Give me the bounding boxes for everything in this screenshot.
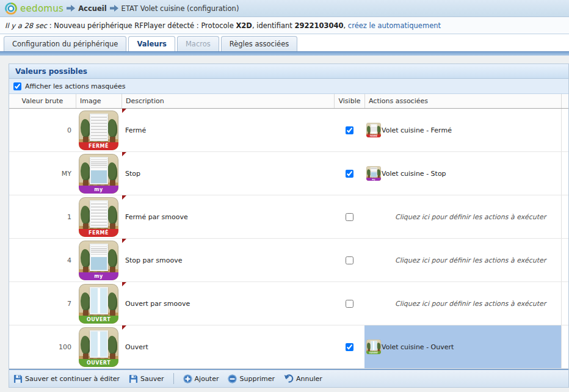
- image-banner-label: my: [366, 178, 381, 181]
- action-hint[interactable]: Cliquez ici pour définir les actions à e…: [395, 256, 546, 264]
- description-cell[interactable]: Stop par smoove: [121, 239, 334, 281]
- plant-decoration: [377, 126, 380, 135]
- save-button[interactable]: Sauver: [129, 374, 164, 383]
- description-cell[interactable]: Fermé par smoove: [121, 195, 334, 238]
- actions-cell[interactable]: myVolet cuisine - Stop: [364, 152, 561, 195]
- notification-bar: Il y a 28 sec : Nouveau périphérique RFP…: [0, 17, 569, 34]
- volet-image-open[interactable]: OUVERT: [366, 339, 381, 354]
- plant-decoration: [107, 250, 117, 273]
- raw-value-cell[interactable]: 0: [9, 109, 76, 151]
- edit-corner-marker-icon: [122, 109, 126, 113]
- image-cell[interactable]: FERMÉ: [76, 195, 121, 238]
- save-and-continue-label: Sauver et continuer à éditer: [25, 375, 120, 383]
- column-header-valeur-brute: Valeur brute: [9, 94, 76, 108]
- plant-decoration: [107, 206, 117, 230]
- action-label[interactable]: Volet cuisine - Ouvert: [382, 343, 454, 351]
- volet-image-half[interactable]: my: [366, 166, 381, 181]
- action-hint[interactable]: Cliquez ici pour définir les actions à e…: [395, 213, 546, 221]
- filter-checkbox[interactable]: [13, 82, 21, 90]
- add-button[interactable]: Ajouter: [183, 374, 219, 383]
- volet-image-closed[interactable]: FERMÉ: [366, 123, 381, 137]
- volet-image-half[interactable]: my: [79, 154, 118, 194]
- raw-value-cell[interactable]: MY: [9, 152, 76, 195]
- visible-cell: [334, 282, 364, 325]
- brand-name[interactable]: eedomus: [20, 3, 63, 14]
- delete-button[interactable]: Supprimer: [228, 374, 275, 383]
- plant-decoration: [377, 343, 380, 352]
- description-cell[interactable]: Stop: [121, 152, 334, 195]
- description-text: Fermé par smoove: [125, 213, 188, 221]
- raw-value-cell[interactable]: 1: [9, 195, 76, 238]
- description-text: Ouvert: [125, 343, 148, 351]
- shutter-window: [90, 330, 108, 358]
- tab-valeurs[interactable]: Valeurs: [128, 36, 175, 51]
- image-cell[interactable]: FERMÉ: [76, 109, 121, 151]
- image-cell[interactable]: OUVERT: [76, 325, 121, 368]
- image-banner-label: OUVERT: [79, 316, 118, 324]
- minus-icon: [228, 374, 237, 383]
- description-cell[interactable]: Ouvert: [121, 325, 334, 368]
- row-end-spacer: [561, 195, 568, 238]
- edit-corner-marker-icon: [122, 239, 126, 243]
- table-row: 100 OUVERT Ouvert OUVERTVolet cuisine - …: [9, 325, 568, 369]
- visible-checkbox[interactable]: [346, 256, 353, 264]
- action-label[interactable]: Volet cuisine - Fermé: [382, 126, 452, 134]
- row-end-spacer: [561, 239, 568, 281]
- action-label[interactable]: Volet cuisine - Stop: [382, 170, 446, 178]
- visible-checkbox[interactable]: [346, 213, 353, 221]
- actions-cell[interactable]: Cliquez ici pour définir les actions à e…: [364, 239, 561, 281]
- visible-checkbox[interactable]: [346, 170, 353, 178]
- shutter-window: [370, 341, 377, 351]
- row-end-spacer: [561, 282, 568, 325]
- volet-image-closed[interactable]: FERMÉ: [79, 197, 118, 237]
- image-cell[interactable]: my: [76, 152, 121, 195]
- visible-checkbox[interactable]: [346, 300, 353, 308]
- save-icon: [129, 374, 138, 383]
- tab-configuration-peripherique[interactable]: Configuration du périphérique: [4, 36, 126, 51]
- description-text: Stop par smoove: [125, 256, 182, 264]
- shutter-window: [370, 124, 377, 134]
- save-and-continue-button[interactable]: Sauver et continuer à éditer: [13, 374, 120, 383]
- visible-checkbox[interactable]: [346, 343, 353, 351]
- tab-regles-associees[interactable]: Règles associées: [221, 36, 298, 51]
- row-end-spacer: [561, 109, 568, 151]
- actions-cell[interactable]: FERMÉVolet cuisine - Fermé: [364, 109, 561, 151]
- actions-cell[interactable]: OUVERTVolet cuisine - Ouvert: [364, 325, 561, 368]
- actions-cell[interactable]: Cliquez ici pour définir les actions à e…: [364, 282, 561, 325]
- shutter-window: [90, 287, 108, 314]
- eedomus-logo-icon[interactable]: [5, 2, 17, 15]
- create-automatically-link[interactable]: créez le automatiquement: [348, 21, 441, 30]
- tab-bar: Configuration du périphérique Valeurs Ma…: [0, 34, 569, 51]
- panel-title: Valeurs possibles: [9, 64, 568, 79]
- toolbar-separator: [173, 373, 174, 384]
- visible-cell: [334, 325, 364, 368]
- notification-text: Nouveau périphérique RFPlayer détecté : …: [54, 21, 236, 30]
- action-hint[interactable]: Cliquez ici pour définir les actions à e…: [395, 300, 546, 308]
- raw-value-cell[interactable]: 4: [9, 239, 76, 281]
- description-cell[interactable]: Fermé: [121, 109, 334, 151]
- visible-checkbox[interactable]: [346, 126, 353, 134]
- raw-value-cell[interactable]: 100: [9, 325, 76, 368]
- filter-checkbox-label: Afficher les actions masquées: [25, 82, 126, 90]
- notification-identifier: 2922103040: [295, 21, 344, 30]
- row-end-spacer: [561, 152, 568, 195]
- shutter-window: [90, 114, 108, 141]
- image-cell[interactable]: OUVERT: [76, 282, 121, 325]
- cancel-button[interactable]: Annuler: [284, 374, 322, 383]
- volet-image-open[interactable]: OUVERT: [79, 284, 118, 324]
- breadcrumb-home[interactable]: Accueil: [78, 4, 106, 13]
- top-bar: eedomus Accueil ETAT Volet cuisine (conf…: [0, 0, 569, 17]
- actions-cell[interactable]: Cliquez ici pour définir les actions à e…: [364, 195, 561, 238]
- breadcrumb-arrow-icon: [110, 5, 118, 12]
- description-text: Fermé: [125, 126, 146, 134]
- description-cell[interactable]: Ouvert par smoove: [121, 282, 334, 325]
- save-label: Sauver: [140, 375, 164, 383]
- image-cell[interactable]: my: [76, 239, 121, 281]
- volet-image-closed[interactable]: FERMÉ: [79, 111, 118, 150]
- volet-image-half[interactable]: my: [79, 241, 118, 280]
- table-row: 0 FERMÉ Fermé FERMÉVolet cuisine - Fermé: [9, 109, 568, 152]
- volet-image-open[interactable]: OUVERT: [79, 327, 118, 367]
- raw-value-cell[interactable]: 7: [9, 282, 76, 325]
- filter-row: Afficher les actions masquées: [9, 79, 568, 94]
- plant-decoration: [377, 170, 380, 178]
